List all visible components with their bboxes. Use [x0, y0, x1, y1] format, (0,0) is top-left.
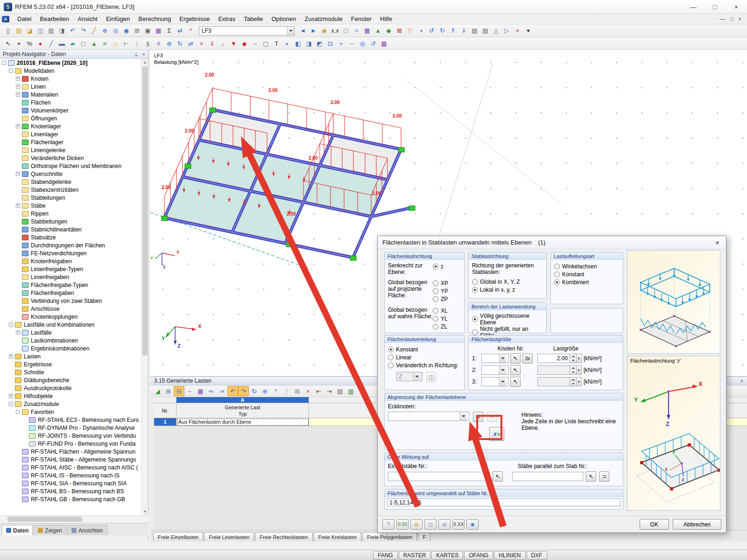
tree-expander[interactable]: + [16, 77, 20, 81]
tree-item[interactable]: Flächenfreigabe-Typen [0, 281, 141, 289]
tree-expander[interactable]: + [9, 394, 13, 398]
more-options-icon[interactable] [577, 354, 582, 363]
scrollbar-thumb[interactable] [7, 517, 82, 522]
table-tab[interactable]: Freie Kreislasten [314, 532, 362, 541]
tree-item[interactable]: Linienlager [0, 130, 141, 138]
spin-up-icon[interactable] [570, 354, 576, 358]
tree-expander[interactable] [16, 100, 20, 105]
menu-item[interactable]: Fenster [347, 14, 376, 23]
tree-expander[interactable] [16, 338, 20, 343]
pick-3-nodes-button[interactable]: 3x [522, 353, 533, 364]
radio-true-axis[interactable]: XL [433, 307, 448, 315]
zoom-all-icon[interactable]: ◎ [357, 38, 368, 49]
cancel-button[interactable]: Abbrechen [673, 519, 721, 530]
generated-load-cell[interactable]: Aus Flächenlasten durch Ebene [176, 418, 309, 426]
view-undo-icon[interactable]: ↺ [426, 26, 437, 36]
tree-item[interactable]: + Knotenlager [0, 122, 141, 130]
view-redo-icon[interactable]: ↻ [437, 26, 448, 36]
tree-item[interactable]: Stabsätze [0, 233, 141, 241]
column-a-header[interactable]: A [176, 397, 309, 403]
radio-load-distribution-type[interactable]: Kombiniert [554, 278, 620, 286]
generate-icon[interactable]: * [185, 26, 196, 36]
tree-item[interactable]: + Lasten [0, 352, 141, 360]
radio-true-axis[interactable]: YL [433, 315, 448, 322]
snap-toggle-button[interactable]: FANG [373, 551, 398, 560]
free-load-icon[interactable]: ◆ [239, 38, 250, 49]
tree-expander[interactable] [16, 449, 20, 454]
tree-expander[interactable]: - [9, 322, 13, 327]
table-follow-icon[interactable]: ⊟ [174, 386, 184, 396]
tree-item[interactable]: + Materialien [0, 91, 141, 98]
tree-item[interactable]: RF-DYNAM Pro - Dynamische Analyse [0, 424, 141, 432]
zoom-window-icon[interactable]: ⊡ [325, 38, 336, 49]
new-surface-icon[interactable]: ▰ [67, 38, 78, 49]
tree-expander[interactable] [16, 465, 20, 469]
close-icon[interactable]: × [740, 378, 743, 384]
tree-expander[interactable] [16, 346, 20, 350]
pan-icon[interactable]: ◉ [121, 26, 132, 36]
snap-icon[interactable]: ⌖ [14, 38, 24, 49]
tree-expander[interactable] [16, 148, 20, 152]
tree-expander[interactable]: - [9, 402, 13, 406]
corner-nodes-combo[interactable] [388, 412, 469, 421]
radio-member-load-direction[interactable]: Global in X, Y, Z [472, 278, 543, 286]
tree-item[interactable]: + Linien [0, 83, 141, 91]
tree-expander[interactable] [16, 164, 20, 168]
pick-parallel-member-button[interactable]: ↖ [586, 471, 596, 482]
tree-item[interactable]: RF-STAHL Flächen - Allgemeine Spannun [0, 448, 141, 455]
select-arrow-icon[interactable]: ↖ [3, 38, 14, 49]
render-icon[interactable]: ◑ [416, 26, 426, 36]
tree-expander[interactable] [16, 481, 20, 485]
show-loads-icon[interactable]: ◉ [319, 26, 330, 36]
mdi-minimize-button[interactable]: — [720, 16, 726, 22]
tree-item[interactable]: Schnitte [0, 368, 141, 376]
render-mode-icon[interactable]: ◐ [282, 38, 293, 49]
print-preview-icon[interactable]: ◨ [56, 26, 67, 36]
menu-item[interactable]: Datei [13, 14, 35, 23]
tree-vertical-scrollbar[interactable]: ▲ ▼ [141, 59, 148, 515]
deformation-icon[interactable]: ≈ [351, 26, 362, 36]
check-icon[interactable]: ◆ [383, 26, 394, 36]
new-line-icon[interactable]: ╱ [46, 38, 56, 49]
ok-button[interactable]: OK [640, 519, 669, 530]
tree-expander[interactable]: - [16, 410, 20, 414]
tab-ansichten[interactable]: Ansichten [67, 525, 107, 535]
tree-expander[interactable]: + [16, 124, 20, 128]
tree-item[interactable]: + Knoten [0, 75, 141, 83]
parallel-options-button[interactable]: ⊃ [599, 471, 609, 482]
tree-item[interactable]: Liniengelenke [0, 146, 141, 154]
delete-icon[interactable]: × [196, 38, 207, 49]
help-icon[interactable]: ? [382, 519, 395, 530]
menu-item[interactable]: Tabelle [240, 14, 267, 23]
pick-node1-button[interactable]: ↖ [510, 353, 521, 364]
tree-item[interactable]: FE-Netzverdichtungen [0, 249, 141, 257]
tree-item[interactable]: Linienfreigaben [0, 273, 141, 281]
menu-item[interactable]: Extras [214, 14, 240, 23]
tree-item[interactable]: Rippen [0, 210, 141, 217]
excel-icon[interactable]: ▥ [345, 386, 356, 396]
table-tab[interactable]: Freie Polygonlasten [362, 532, 417, 541]
tree-item[interactable]: + Lastfälle [0, 329, 141, 336]
zoom-minus-icon[interactable]: − [346, 38, 357, 49]
tree-item[interactable]: Stabexzentrizitäten [0, 186, 141, 194]
table-tab[interactable]: Freie Einzellasten [153, 532, 203, 541]
table-insert-icon[interactable]: ⊞ [163, 386, 174, 396]
work-plane-icon[interactable]: ▦ [379, 38, 389, 49]
tree-item[interactable]: Lastkombinationen [0, 336, 141, 344]
open-icon[interactable]: ▤ [14, 26, 24, 36]
radio-load-distribution[interactable]: Konstant [388, 345, 461, 353]
converted-members-field[interactable]: 1-5,12,14-16 [387, 498, 620, 506]
tree-expander[interactable] [16, 267, 20, 271]
tree-item[interactable]: Volumenkörper [0, 106, 141, 114]
details-icon[interactable]: ⋮ [281, 386, 292, 396]
tree-item[interactable]: Öffnungen [0, 114, 141, 122]
tree-item[interactable]: RF-STAHL AISC - Bemessung nach AISC ( [0, 463, 141, 471]
zoom-icon[interactable]: ◎ [110, 26, 121, 36]
tree-item[interactable]: Flächenlager [0, 138, 141, 146]
view-undo-icon[interactable]: ↶ [227, 386, 238, 396]
sync-graphic-icon[interactable]: ◢ [152, 386, 163, 396]
tree-horizontal-scrollbar[interactable] [0, 515, 148, 522]
import-plane-list-button[interactable]: x≡ [489, 427, 504, 441]
partial-view-icon[interactable]: ▧ [469, 26, 480, 36]
close-visibility-icon[interactable]: × [512, 26, 523, 36]
